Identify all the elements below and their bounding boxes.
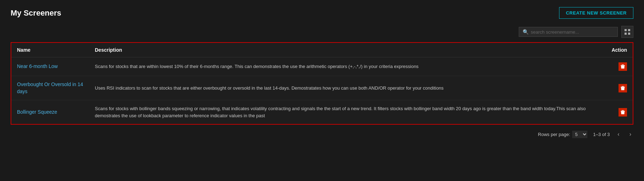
- screeners-table: Name Description Action Near 6-month Low…: [11, 42, 633, 125]
- pagination-prev-button[interactable]: ‹: [615, 130, 621, 138]
- screener-name-0[interactable]: Near 6-month Low: [17, 63, 95, 70]
- rows-per-page-label: Rows per page:: [538, 132, 570, 137]
- svg-rect-0: [625, 29, 627, 31]
- svg-rect-4: [621, 65, 625, 66]
- svg-rect-6: [621, 87, 625, 87]
- svg-rect-3: [628, 33, 630, 35]
- page-title: My Screeners: [11, 9, 61, 18]
- delete-button-0[interactable]: [619, 62, 627, 71]
- screener-name-1[interactable]: Overbought Or Oversold in 14 days: [17, 81, 95, 95]
- svg-rect-2: [625, 33, 627, 35]
- search-input[interactable]: [531, 29, 614, 35]
- create-screener-button[interactable]: CREATE NEW SCREENER: [559, 7, 633, 19]
- rows-per-page-select[interactable]: 5 10 25: [572, 131, 587, 138]
- svg-rect-8: [621, 111, 625, 112]
- pagination-next-button[interactable]: ›: [627, 130, 633, 138]
- column-header-name: Name: [17, 47, 95, 53]
- pagination-info: 1–3 of 3: [593, 132, 610, 137]
- table-header: Name Description Action: [11, 43, 633, 57]
- screener-action-2: [599, 108, 627, 117]
- table-row: Bollinger Squeeze Scans for stocks with …: [11, 100, 633, 124]
- column-header-action: Action: [599, 47, 627, 53]
- search-icon: 🔍: [523, 29, 529, 35]
- table-footer: Rows per page: 5 10 25 1–3 of 3 ‹ ›: [11, 130, 633, 138]
- svg-rect-9: [622, 110, 624, 111]
- svg-rect-7: [622, 86, 624, 87]
- svg-rect-5: [622, 64, 624, 65]
- delete-button-2[interactable]: [619, 108, 627, 117]
- screener-action-1: [599, 84, 627, 92]
- table-row: Overbought Or Oversold in 14 days Uses R…: [11, 76, 633, 100]
- screener-description-2: Scans for stocks with bollinger bands sq…: [95, 105, 599, 119]
- grid-icon: [625, 29, 630, 35]
- screener-description-0: Scans for stocks that are within lowest …: [95, 63, 599, 70]
- trash-icon: [620, 110, 625, 115]
- table-row: Near 6-month Low Scans for stocks that a…: [11, 57, 633, 76]
- column-header-description: Description: [95, 47, 599, 53]
- screener-action-0: [599, 62, 627, 71]
- screener-description-1: Uses RSI indicators to scan for stocks t…: [95, 85, 599, 92]
- trash-icon: [620, 64, 625, 69]
- rows-per-page-control: Rows per page: 5 10 25: [538, 131, 587, 138]
- delete-button-1[interactable]: [619, 84, 627, 92]
- search-wrapper: 🔍: [519, 27, 618, 37]
- svg-rect-1: [628, 29, 630, 31]
- grid-view-button[interactable]: [621, 26, 633, 38]
- trash-icon: [620, 86, 625, 91]
- screener-name-2[interactable]: Bollinger Squeeze: [17, 109, 95, 116]
- table-body: Near 6-month Low Scans for stocks that a…: [11, 57, 633, 124]
